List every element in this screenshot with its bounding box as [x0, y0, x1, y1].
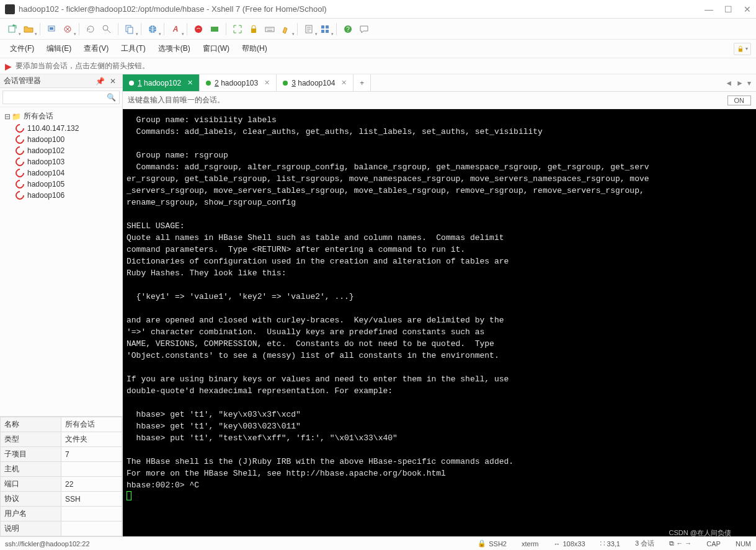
tab-menu-icon[interactable]: ▾ [747, 79, 751, 87]
tab-hadoop102[interactable]: 1 hadoop102 ✕ [123, 74, 200, 91]
tab-label: hadoop103 [221, 79, 258, 87]
properties-grid: 名称所有会话 类型文件夹 子项目7 主机 端口22 协议SSH 用户名 说明 [0, 416, 122, 536]
globe-button[interactable] [145, 22, 160, 37]
prop-key: 协议 [1, 492, 61, 507]
tree-host[interactable]: hadoop102 [0, 145, 122, 156]
pin-button[interactable]: 📌 [93, 77, 107, 86]
svg-rect-6 [128, 27, 133, 33]
status-cap: CAP [706, 540, 721, 548]
menu-window[interactable]: 窗口(W) [198, 41, 234, 56]
prop-key: 类型 [1, 432, 61, 447]
hint-bar: ▶ 要添加当前会话，点击左侧的箭头按钮。 [0, 58, 756, 74]
terminal[interactable]: Group name: visibility labels Commands: … [123, 109, 756, 536]
maximize-button[interactable]: ☐ [724, 4, 732, 14]
script-button[interactable] [301, 22, 316, 37]
help-button[interactable]: ? [340, 22, 355, 37]
menu-view[interactable]: 查看(V) [79, 41, 113, 56]
prop-key: 子项目 [1, 447, 61, 462]
prop-key: 用户名 [1, 507, 61, 521]
xagent-button[interactable] [191, 22, 206, 37]
tab-next-icon[interactable]: ► [736, 79, 744, 87]
layout-button[interactable] [318, 22, 332, 37]
tree-host[interactable]: hadoop106 [0, 190, 122, 201]
panel-close-button[interactable]: ✕ [107, 77, 118, 86]
disconnect-button[interactable] [60, 22, 75, 37]
prop-key: 主机 [1, 462, 61, 477]
svg-rect-11 [265, 27, 274, 32]
connect-button[interactable] [44, 22, 59, 37]
prop-key: 名称 [1, 417, 61, 432]
menu-help[interactable]: 帮助(H) [237, 41, 272, 56]
menu-tools[interactable]: 工具(T) [116, 41, 150, 56]
tree-root[interactable]: ⊟ 所有会话 [0, 110, 122, 123]
status-dot-icon [206, 81, 211, 86]
highlight-button[interactable] [278, 22, 293, 37]
tab-close-icon[interactable]: ✕ [185, 79, 193, 87]
fullscreen-button[interactable] [230, 22, 245, 37]
session-icon [15, 146, 25, 155]
tree-host[interactable]: 110.40.147.132 [0, 123, 122, 134]
lock-dropdown[interactable]: ▾ [734, 43, 751, 55]
tab-prev-icon[interactable]: ◄ [725, 79, 732, 87]
chat-button[interactable] [357, 22, 371, 37]
status-proto: SSH2 [489, 540, 507, 548]
tree-label: hadoop106 [27, 191, 64, 200]
status-term: xterm [522, 540, 539, 548]
tab-close-icon[interactable]: ✕ [262, 79, 270, 87]
session-tree[interactable]: ⊟ 所有会话 110.40.147.132 hadoop100 hadoop10… [0, 107, 122, 416]
app-icon [5, 4, 15, 14]
close-button[interactable]: ✕ [744, 4, 751, 14]
search-input[interactable] [2, 91, 120, 104]
open-button[interactable] [21, 22, 36, 37]
minimize-button[interactable]: — [705, 4, 713, 14]
copy-button[interactable] [122, 22, 137, 37]
flag-icon: ▶ [5, 61, 12, 71]
keyboard-button[interactable] [262, 22, 277, 37]
tab-close-icon[interactable]: ✕ [339, 79, 347, 87]
prop-val [61, 507, 122, 521]
prop-val [61, 521, 122, 536]
tab-add-button[interactable]: + [354, 74, 371, 91]
status-bar: ssh://fickler@hadoop102:22 🔒SSH2 xterm ↔… [0, 536, 756, 550]
new-session-button[interactable] [5, 22, 20, 37]
svg-rect-9 [211, 27, 218, 32]
svg-text:?: ? [346, 26, 350, 33]
tab-hadoop103[interactable]: 2 hadoop103 ✕ [200, 74, 277, 91]
tab-label: hadoop104 [298, 79, 335, 87]
lock-button[interactable] [246, 22, 261, 37]
session-search: 🔍 [0, 88, 122, 107]
svg-rect-16 [326, 30, 329, 33]
tree-host[interactable]: hadoop100 [0, 134, 122, 145]
prop-val: 22 [61, 477, 122, 492]
tree-host[interactable]: hadoop103 [0, 156, 122, 167]
search-button[interactable] [99, 22, 114, 37]
info-text: 送键盘输入目前唯一的会话。 [128, 95, 225, 105]
status-sessions: 3 会话 [635, 539, 654, 548]
broadcast-toggle[interactable]: ON [727, 95, 752, 105]
tab-hadoop104[interactable]: 3 hadoop104 ✕ [277, 74, 354, 91]
xftp-button[interactable] [207, 22, 222, 37]
tab-num: 2 [215, 79, 219, 87]
tree-label: 110.40.147.132 [27, 124, 79, 133]
menu-file[interactable]: 文件(F) [5, 41, 39, 56]
tree-host[interactable]: hadoop105 [0, 179, 122, 190]
status-dot-icon [129, 81, 134, 86]
font-button[interactable]: A [168, 22, 183, 37]
session-icon [15, 135, 25, 144]
tab-bar: 1 hadoop102 ✕ 2 hadoop103 ✕ 3 hadoop104 … [123, 74, 756, 92]
expand-icon[interactable]: ⊟ [4, 112, 11, 121]
lock-icon: 🔒 [478, 539, 486, 548]
prop-val [61, 462, 122, 477]
tree-host[interactable]: hadoop104 [0, 167, 122, 179]
reconnect-button[interactable] [83, 22, 98, 37]
svg-rect-13 [321, 25, 324, 29]
tree-label: hadoop104 [27, 169, 64, 177]
session-icon [15, 180, 25, 189]
prop-val: 所有会话 [61, 417, 122, 432]
status-size: 108x33 [563, 540, 585, 548]
menu-tabs[interactable]: 选项卡(B) [153, 41, 195, 56]
status-dot-icon [283, 81, 288, 86]
menu-edit[interactable]: 编辑(E) [42, 41, 76, 56]
svg-rect-0 [9, 26, 15, 32]
terminal-output: Group name: visibility labels Commands: … [127, 115, 649, 490]
